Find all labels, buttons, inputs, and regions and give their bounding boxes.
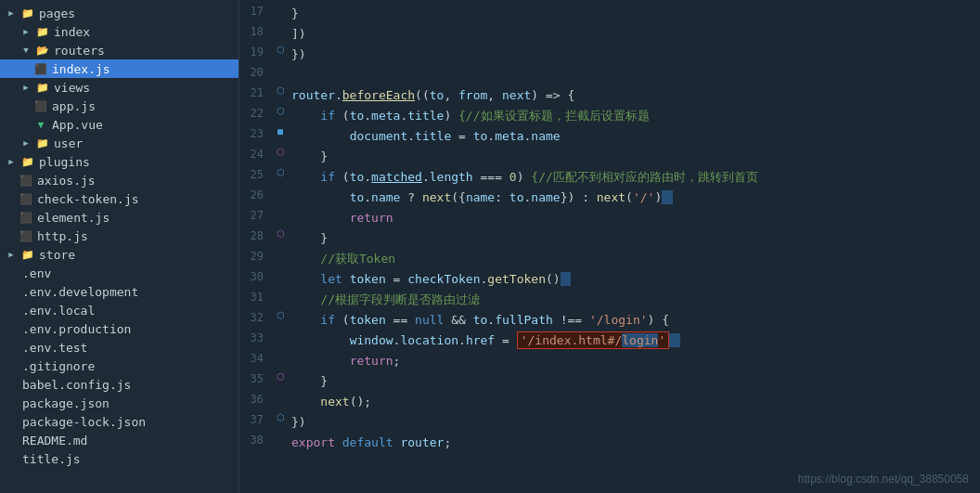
sidebar-label: plugins bbox=[39, 155, 90, 169]
sidebar-item-index[interactable]: ▶ 📁 index bbox=[0, 22, 239, 41]
code-line-38: 38 export default router; bbox=[239, 433, 980, 453]
sidebar-label: element.js bbox=[37, 211, 110, 225]
sidebar-item-http[interactable]: ⬛ http.js bbox=[0, 227, 239, 245]
file-icon: ⬛ bbox=[33, 61, 48, 76]
sidebar-label: package-lock.json bbox=[22, 415, 146, 429]
spacer bbox=[4, 340, 19, 355]
sidebar-label: store bbox=[39, 248, 75, 262]
sidebar-item-user[interactable]: ▶ 📁 user bbox=[0, 134, 239, 152]
sidebar-item-app-js[interactable]: ⬛ app.js bbox=[0, 97, 239, 115]
sidebar-item-element[interactable]: ⬛ element.js bbox=[0, 208, 239, 227]
code-line-31: 31 //根据字段判断是否路由过滤 bbox=[239, 290, 980, 310]
spacer bbox=[4, 377, 19, 392]
arrow-icon: ▶ bbox=[4, 154, 19, 169]
spacer bbox=[4, 303, 19, 318]
spacer bbox=[4, 266, 19, 280]
code-line-28: 28 ⬡ } bbox=[239, 228, 980, 249]
sidebar-item-babel[interactable]: babel.config.js bbox=[0, 375, 239, 394]
sidebar-label: check-token.js bbox=[37, 192, 139, 206]
code-line-33: 33 window.location.href = '/index.html#/… bbox=[239, 331, 980, 351]
sidebar-label: App.vue bbox=[52, 118, 103, 132]
folder-icon: 📁 bbox=[35, 136, 50, 150]
sidebar-item-store[interactable]: ▶ 📁 store bbox=[0, 245, 239, 264]
code-line-35: 35 ⬡ } bbox=[239, 371, 980, 392]
folder-open-icon: 📂 bbox=[35, 43, 50, 58]
code-line-19: 19 ⬡ }) bbox=[239, 45, 980, 65]
sidebar-label: pages bbox=[39, 6, 75, 20]
sidebar-label: .env bbox=[22, 266, 51, 280]
file-icon: ⬛ bbox=[19, 191, 33, 206]
sidebar-label: user bbox=[54, 136, 83, 150]
sidebar-label: package.json bbox=[22, 396, 110, 410]
sidebar-label: http.js bbox=[37, 229, 88, 243]
arrow-icon: ▶ bbox=[19, 24, 33, 39]
sidebar-item-package-lock[interactable]: package-lock.json bbox=[0, 412, 239, 431]
spacer bbox=[4, 321, 19, 336]
watermark: https://blog.csdn.net/qq_38850058 bbox=[798, 473, 969, 486]
code-editor[interactable]: 17 } 18 ]) 19 ⬡ }) 20 21 ⬡ router.before… bbox=[239, 0, 980, 493]
sidebar-item-index-js[interactable]: ⬛ index.js bbox=[0, 59, 239, 78]
sidebar-label: .env.production bbox=[22, 322, 131, 336]
arrow-icon: ▶ bbox=[4, 6, 19, 20]
file-icon: ⬛ bbox=[19, 173, 33, 188]
file-tree: ▶ 📁 pages ▶ 📁 index ▼ 📂 routers ⬛ index.… bbox=[0, 0, 239, 493]
sidebar-item-views[interactable]: ▶ 📁 views bbox=[0, 78, 239, 97]
spacer bbox=[4, 284, 19, 299]
arrow-icon: ▶ bbox=[19, 80, 33, 95]
code-line-30: 30 let token = checkToken.getToken() bbox=[239, 269, 980, 290]
sidebar-item-package[interactable]: package.json bbox=[0, 394, 239, 412]
code-line-25: 25 ⬡ if (to.matched.length === 0) {//匹配不… bbox=[239, 167, 980, 188]
sidebar-item-pages[interactable]: ▶ 📁 pages bbox=[0, 4, 239, 22]
code-line-23: 23 ■ document.title = to.meta.name bbox=[239, 126, 980, 147]
code-line-37: 37 ⬡ }) bbox=[239, 412, 980, 433]
sidebar-item-plugins[interactable]: ▶ 📁 plugins bbox=[0, 152, 239, 171]
sidebar-label: index.js bbox=[52, 62, 110, 76]
sidebar-item-env-local[interactable]: .env.local bbox=[0, 301, 239, 319]
spacer bbox=[4, 451, 19, 466]
code-line-29: 29 //获取Token bbox=[239, 249, 980, 269]
folder-icon: 📁 bbox=[20, 247, 35, 262]
file-icon: ⬛ bbox=[19, 228, 33, 243]
code-line-17: 17 } bbox=[239, 4, 980, 24]
sidebar-item-env-prod[interactable]: .env.production bbox=[0, 319, 239, 338]
sidebar-item-gitignore[interactable]: .gitignore bbox=[0, 357, 239, 375]
spacer bbox=[4, 433, 19, 448]
sidebar-label: README.md bbox=[22, 434, 87, 448]
spacer bbox=[4, 396, 19, 410]
code-line-32: 32 ⬡ if (token == null && to.fullPath !=… bbox=[239, 310, 980, 331]
sidebar-label: .env.development bbox=[22, 285, 138, 299]
sidebar-item-routers[interactable]: ▼ 📂 routers bbox=[0, 41, 239, 59]
sidebar-label: routers bbox=[54, 44, 105, 58]
arrow-icon: ▼ bbox=[19, 43, 33, 58]
sidebar-item-title[interactable]: title.js bbox=[0, 449, 239, 468]
spacer bbox=[4, 414, 19, 429]
sidebar-item-env-dev[interactable]: .env.development bbox=[0, 282, 239, 301]
file-icon: ⬛ bbox=[33, 98, 48, 113]
sidebar-label: title.js bbox=[22, 452, 81, 466]
code-line-26: 26 to.name ? next({name: to.name}) : nex… bbox=[239, 188, 980, 208]
sidebar-item-app-vue[interactable]: ▼ App.vue bbox=[0, 115, 239, 134]
sidebar-label: index bbox=[54, 25, 90, 39]
file-icon: ▼ bbox=[33, 117, 48, 132]
sidebar-item-env[interactable]: .env bbox=[0, 264, 239, 282]
arrow-icon: ▶ bbox=[19, 136, 33, 150]
sidebar-item-readme[interactable]: README.md bbox=[0, 431, 239, 449]
folder-icon: 📁 bbox=[20, 6, 35, 20]
code-line-21: 21 ⬡ router.beforeEach((to, from, next) … bbox=[239, 85, 980, 106]
sidebar-item-check-token[interactable]: ⬛ check-token.js bbox=[0, 189, 239, 208]
code-line-18: 18 ]) bbox=[239, 24, 980, 45]
sidebar-label: .gitignore bbox=[22, 359, 95, 373]
arrow-icon: ▶ bbox=[4, 247, 19, 262]
sidebar-item-env-test[interactable]: .env.test bbox=[0, 338, 239, 357]
code-line-20: 20 bbox=[239, 65, 980, 85]
sidebar-label: app.js bbox=[52, 99, 96, 113]
sidebar-label: babel.config.js bbox=[22, 378, 131, 392]
sidebar-item-axios[interactable]: ⬛ axios.js bbox=[0, 171, 239, 189]
sidebar-label: .env.local bbox=[22, 304, 95, 318]
code-line-22: 22 ⬡ if (to.meta.title) {//如果设置标题，拦截后设置标… bbox=[239, 106, 980, 126]
code-line-27: 27 return bbox=[239, 208, 980, 228]
spacer bbox=[4, 358, 19, 373]
file-icon: ⬛ bbox=[19, 210, 33, 225]
code-line-34: 34 return; bbox=[239, 351, 980, 371]
code-line-24: 24 ⬡ } bbox=[239, 147, 980, 167]
